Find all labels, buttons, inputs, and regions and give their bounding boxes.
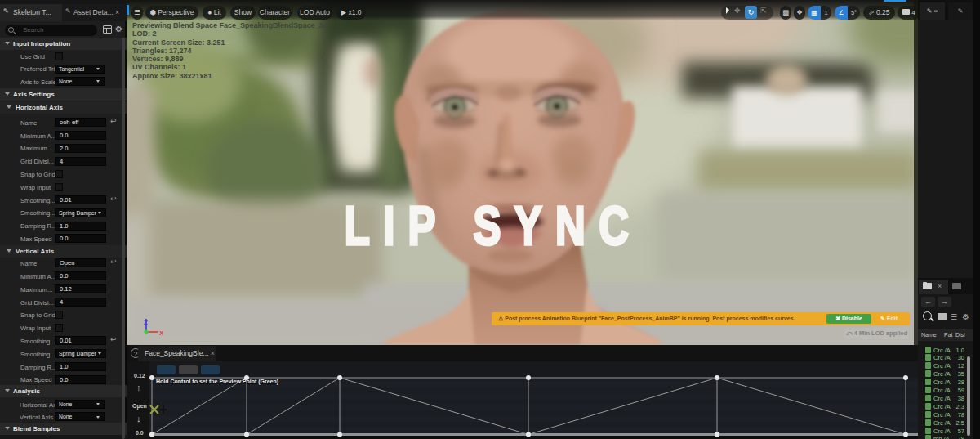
svg-text:X: X: [159, 329, 164, 337]
svg-text:Z: Z: [144, 319, 148, 326]
